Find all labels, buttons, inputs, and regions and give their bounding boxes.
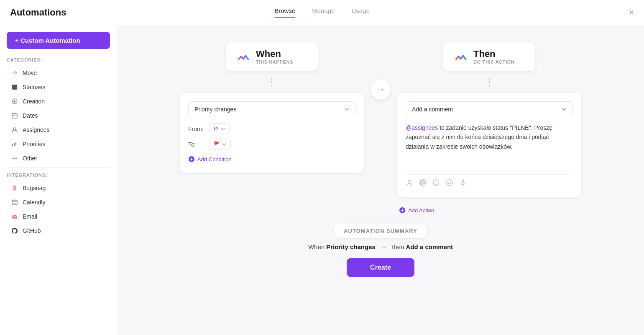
sidebar-item-priorities[interactable]: Priorities [7,137,110,151]
mic-toolbar-icon[interactable] [459,179,467,188]
priorities-icon [11,140,18,148]
clickup-logo-then [453,49,468,64]
arrow-circle: → [371,80,391,100]
svg-point-15 [435,182,436,183]
connector-dots-then [489,78,490,86]
tab-browse[interactable]: Browse [274,7,295,18]
when-header-text: When THIS HAPPENS [256,49,293,64]
comment-toolbar [406,174,573,188]
sidebar-item-label: Calendly [23,199,45,206]
automation-builder: When THIS HAPPENS Priority changes From:… [151,42,611,214]
calendly-icon [11,198,18,206]
svg-point-4 [13,158,14,159]
dates-icon [11,112,18,119]
from-row: From: 🏳 [188,123,355,134]
smiley-toolbar-icon[interactable] [446,179,453,188]
sidebar-item-label: Assignees [23,126,50,133]
header-tabs: Browse Manage Usage [274,7,370,18]
sidebar-item-label: Move [23,70,37,76]
chevron-down-icon [562,107,567,112]
clickup-logo [236,49,251,64]
when-title: When [256,49,293,59]
add-action-button[interactable]: Add Action [399,207,434,214]
svg-point-5 [14,158,15,159]
add-condition-button[interactable]: Add Condition [188,154,232,164]
emoji-toolbar-icon[interactable] [432,179,440,188]
svg-point-13 [422,181,424,184]
sidebar-item-label: Dates [23,112,38,119]
when-subtitle: THIS HAPPENS [256,59,293,64]
tab-usage[interactable]: Usage [351,7,369,18]
at-toolbar-icon[interactable] [419,179,427,188]
bugsnag-icon [11,184,18,192]
sidebar-item-statuses[interactable]: Statuses [7,80,110,94]
arrow-area: → [364,42,397,100]
summary-when: When [308,243,325,250]
sidebar-item-calendly[interactable]: Calendly [7,195,110,209]
plus-circle-icon-action [399,207,406,214]
chevron-down-icon [221,127,225,131]
svg-point-12 [420,180,426,186]
action-dropdown[interactable]: Add a comment [406,101,573,117]
assignee-toolbar-icon[interactable] [406,179,413,188]
assignees-icon [11,126,18,134]
sidebar-item-label: Priorities [23,141,45,147]
content-area: When THIS HAPPENS Priority changes From:… [117,25,644,335]
automation-summary-bar: AUTOMATION SUMMARY [334,224,427,238]
svg-rect-0 [12,85,17,90]
when-header-card: When THIS HAPPENS [226,42,318,71]
svg-point-18 [448,182,449,183]
email-icon [11,213,18,220]
connector-dots-when [271,78,272,86]
svg-rect-9 [12,215,17,219]
integrations-label: INTEGRATIONS: [7,173,110,178]
svg-point-16 [437,182,438,183]
sidebar-item-github[interactable]: GitHub [7,224,110,238]
to-flag-button[interactable]: 🚩 [209,139,231,150]
chevron-down-icon [222,142,226,147]
trigger-dropdown[interactable]: Priority changes [188,101,355,117]
then-header-text: Then DO THIS ACTION [473,49,515,64]
github-icon [11,227,18,234]
close-button[interactable]: × [629,7,634,18]
svg-rect-8 [12,200,17,205]
trigger-dropdown-value: Priority changes [194,106,236,113]
sidebar-divider [7,167,110,168]
page-title: Automations [10,7,66,18]
creation-icon [11,98,18,105]
statuses-icon [11,83,18,91]
sidebar-item-creation[interactable]: Creation [7,94,110,108]
svg-point-6 [16,158,17,159]
sidebar-item-move[interactable]: Move [7,66,110,80]
sidebar-item-label: Bugsnag [23,185,46,191]
mention-assignees: @assignees [406,124,438,131]
action-card: Add a comment @assignees to zadanie uzys… [397,93,581,197]
comment-body: @assignees to zadanie uzyskało status "P… [406,123,573,169]
header: Automations Browse Manage Usage × [0,0,644,25]
tab-manage[interactable]: Manage [312,7,335,18]
sidebar-item-other[interactable]: Other [7,151,110,165]
sidebar-item-bugsnag[interactable]: Bugsnag [7,181,110,195]
then-title: Then [473,49,515,59]
svg-point-7 [13,187,16,191]
from-flag-button[interactable]: 🏳 [209,123,230,134]
sidebar-item-dates[interactable]: Dates [7,108,110,123]
move-icon [11,69,18,77]
sidebar-item-label: Email [23,213,37,220]
sidebar-item-email[interactable]: Email [7,209,110,224]
to-flag-icon: 🚩 [214,141,220,147]
to-row: To: 🚩 [188,139,355,150]
summary-then: then [392,243,404,250]
other-icon [11,155,18,162]
sidebar-item-label: Other [23,155,37,162]
custom-automation-button[interactable]: + Custom Automation [7,32,110,49]
svg-rect-2 [12,113,17,118]
svg-point-17 [447,180,452,186]
plus-circle-icon [188,156,195,162]
sidebar-item-assignees[interactable]: Assignees [7,123,110,137]
sidebar: + Custom Automation CATEGORIES: Move Sta… [0,25,117,335]
create-button[interactable]: Create [347,258,414,277]
then-section: Then DO THIS ACTION Add a comment @assig… [397,42,581,214]
automation-summary-text: When Priority changes → then Add a comme… [308,243,453,250]
summary-action: Add a comment [406,243,453,250]
